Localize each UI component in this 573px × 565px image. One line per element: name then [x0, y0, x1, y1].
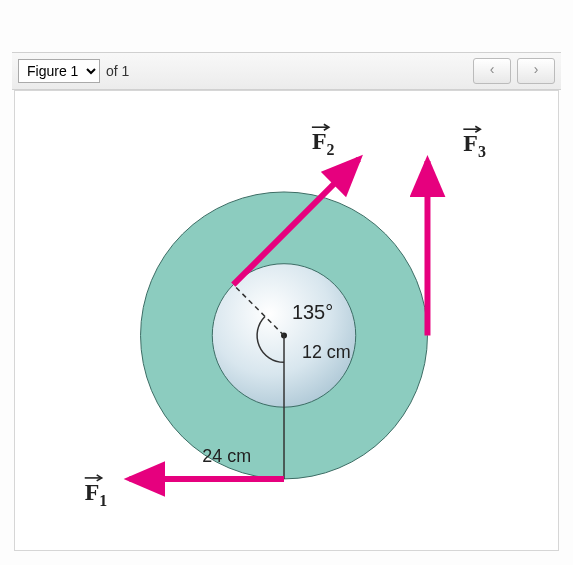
outer-radius-label: 24 cm: [202, 446, 251, 466]
f1-label: F1: [85, 475, 108, 509]
inner-radius-label: 12 cm: [302, 342, 351, 362]
next-figure-button[interactable]: ›: [517, 58, 555, 84]
app-window: Figure 1 of 1 ‹ ›: [0, 0, 573, 565]
chevron-right-icon: ›: [534, 61, 539, 77]
figure-dropdown[interactable]: Figure 1: [18, 59, 100, 83]
physics-diagram: 135° 12 cm 24 cm F1 F2 F3: [15, 91, 558, 550]
f2-label: F2: [312, 124, 335, 158]
figure-canvas: 135° 12 cm 24 cm F1 F2 F3: [14, 90, 559, 551]
svg-text:F1: F1: [85, 479, 108, 509]
svg-text:F2: F2: [312, 128, 335, 158]
figure-count-label: of 1: [106, 63, 129, 79]
f3-label: F3: [463, 126, 486, 160]
prev-figure-button[interactable]: ‹: [473, 58, 511, 84]
figure-toolbar: Figure 1 of 1 ‹ ›: [12, 52, 561, 90]
figure-selector-group: Figure 1 of 1: [18, 59, 129, 83]
angle-label: 135°: [292, 301, 333, 323]
svg-text:F3: F3: [463, 130, 486, 160]
chevron-left-icon: ‹: [490, 61, 495, 77]
